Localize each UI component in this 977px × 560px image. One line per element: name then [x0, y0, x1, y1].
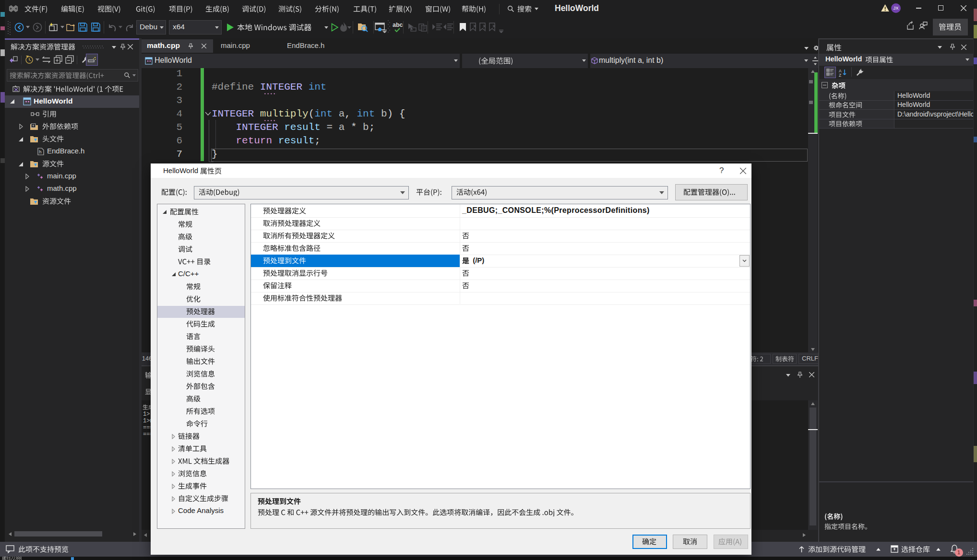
- svg-text:Z: Z: [839, 73, 841, 77]
- svg-text:h: h: [39, 150, 41, 154]
